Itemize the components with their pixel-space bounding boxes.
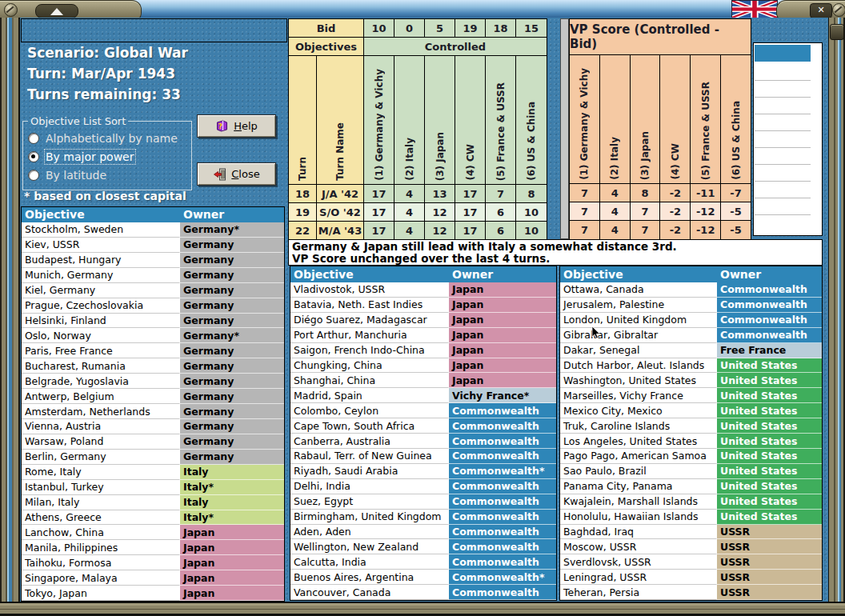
objective-row: Amsterdam, NetherlandsGermany (22, 404, 284, 419)
owner-cell: Japan (180, 555, 284, 570)
help-button[interactable]: ? Help (197, 114, 276, 138)
objective-cell: Moscow, USSR (560, 539, 717, 554)
vp-value-cell: -2 (660, 184, 691, 202)
objective-cell: Shanghai, China (290, 373, 449, 388)
controlled-value-cell: 17 (364, 222, 394, 240)
owner-cell: United States (717, 479, 822, 494)
scenario-line: Scenario: Global War (27, 42, 188, 63)
power-column-label: (2) Italy (610, 134, 619, 183)
objective-row: Milan, ItalyItaly (22, 495, 284, 510)
objective-cell: Batavia, Neth. East Indies (290, 298, 449, 313)
frame-button (830, 24, 844, 40)
power-column-header: (1) Germany & Vichy (570, 55, 600, 184)
power-column-label: (3) Japan (640, 128, 650, 183)
owner-cell: Italy (180, 495, 284, 510)
objective-row: Calcutta, IndiaCommonwealth (290, 554, 556, 570)
objective-row: Marseilles, Vichy FranceUnited States (560, 388, 822, 403)
scenario-info: Scenario: Global War Turn: Mar/Apr 1943 … (27, 42, 188, 105)
objective-row: Vancouver, CanadaCommonwealth (290, 585, 556, 600)
list-header-row: ObjectiveOwner (22, 207, 284, 222)
objective-cell: Amsterdam, Netherlands (22, 404, 180, 419)
objective-row: Saigon, French Indo-ChinaJapan (290, 343, 556, 358)
power-column-label: (5) France & USSR (701, 78, 711, 183)
objective-row: Aden, AdenCommonwealth (290, 525, 556, 540)
objective-row: Vienna, AustriaGermany (22, 419, 284, 434)
objective-row: Dakar, SenegalFree France (560, 343, 822, 358)
turns-remaining-line: Turns remaining: 33 (27, 84, 188, 105)
objective-column-header: Objective (22, 207, 180, 222)
objective-cell: Honolulu, Hawaiian Islands (560, 510, 717, 525)
objective-row: Wellington, New ZealandCommonwealth (290, 539, 556, 554)
bid-table-row: 18J/A '42174131778 (289, 185, 547, 203)
objective-cell: Budapest, Hungary (22, 253, 180, 268)
objective-cell: Vienna, Austria (22, 419, 180, 434)
power-column-header: (1) Germany & Vichy (364, 56, 394, 185)
objective-column-header: Objective (560, 266, 717, 282)
power-column-label: (6) US & China (731, 98, 741, 183)
vp-value-cell: 7 (631, 221, 661, 239)
owner-cell: Italy* (180, 480, 284, 495)
power-column-header: (4) CW (455, 56, 486, 185)
owner-cell: Germany (180, 253, 284, 268)
close-button[interactable]: Close (197, 162, 276, 186)
objective-cell: Istanbul, Turkey (22, 480, 180, 495)
list-header-row: ObjectiveOwner (290, 266, 556, 282)
bid-value-cell: 19 (455, 19, 486, 38)
power-column-label: (2) Italy (405, 134, 414, 184)
owner-cell: United States (717, 494, 822, 510)
owner-cell: Commonwealth (449, 585, 556, 600)
objective-row: Riyadh, Saudi ArabiaCommonwealth* (290, 464, 556, 479)
objective-row: Port Arthur, ManchuriaJapan (290, 328, 556, 343)
owner-cell: Commonwealth (449, 449, 556, 464)
radio-by-major-power[interactable]: By major power (28, 147, 186, 166)
radio-by-latitude[interactable]: By latitude (28, 166, 186, 184)
objective-column-header: Objective (290, 266, 449, 282)
owner-cell: Vichy France* (449, 388, 556, 403)
side-panel-empty-row (755, 198, 811, 215)
owner-cell: Commonwealth (449, 434, 556, 449)
objective-cell: Wellington, New Zealand (290, 539, 449, 554)
objective-row: Berlin, GermanyGermany (22, 450, 284, 465)
owner-cell: Germany* (180, 328, 284, 343)
objective-row: Budapest, HungaryGermany (22, 253, 284, 268)
close-window-button[interactable] (810, 3, 832, 18)
bid-value-cell: 5 (425, 19, 455, 38)
objective-row: Jerusalem, PalestineCommonwealth (560, 298, 822, 313)
objective-cell: Riyadh, Saudi Arabia (290, 464, 449, 479)
power-column-label: (3) Japan (435, 129, 445, 184)
vp-value-cell: 7 (570, 184, 600, 202)
collapse-button[interactable] (35, 4, 78, 18)
objective-row: Sao Paulo, BrazilUnited States (560, 464, 822, 479)
exit-door-icon (213, 168, 226, 181)
bid-table-row: 22M/A '431741217610 (289, 222, 547, 240)
owner-cell: Japan (449, 298, 556, 313)
objective-row: Kiel, GermanyGermany (22, 283, 284, 298)
controlled-value-cell: 6 (486, 222, 516, 240)
power-column-label: (1) Germany & Vichy (374, 66, 384, 184)
owner-cell: Commonwealth (449, 494, 556, 510)
bid-value-cell: 0 (394, 19, 425, 38)
owner-cell: Germany (180, 450, 284, 465)
objective-cell: Saigon, French Indo-China (290, 343, 449, 358)
owner-cell: United States (717, 449, 822, 464)
objective-row: Ottawa, CanadaCommonwealth (560, 282, 822, 298)
controlled-value-cell: 17 (455, 185, 486, 203)
controlled-value-cell: 4 (394, 203, 425, 222)
radio-alphabetically[interactable]: Alphabetically by name (28, 129, 186, 147)
owner-cell: USSR (717, 525, 822, 540)
objective-cell: Bucharest, Rumania (22, 358, 180, 374)
controlled-value-cell: 8 (516, 185, 547, 203)
owner-cell: USSR (717, 585, 822, 600)
bid-values-row: 1005191815 (364, 19, 547, 38)
radio-icon (28, 170, 39, 181)
bid-controlled-table: Bid 1005191815 Objectives Controlled Tur… (288, 18, 547, 241)
owner-cell: Commonwealth (449, 418, 556, 434)
owner-cell: Japan (180, 586, 284, 601)
objective-cell: Sao Paulo, Brazil (560, 464, 717, 479)
owner-cell: Commonwealth (449, 479, 556, 494)
objective-cell: Chungking, China (290, 358, 449, 374)
objective-row: Oslo, NorwayGermany* (22, 328, 284, 343)
objective-row: Munich, GermanyGermany (22, 268, 284, 283)
vp-value-cell: 7 (570, 221, 600, 239)
objective-cell: Los Angeles, United States (560, 434, 717, 449)
